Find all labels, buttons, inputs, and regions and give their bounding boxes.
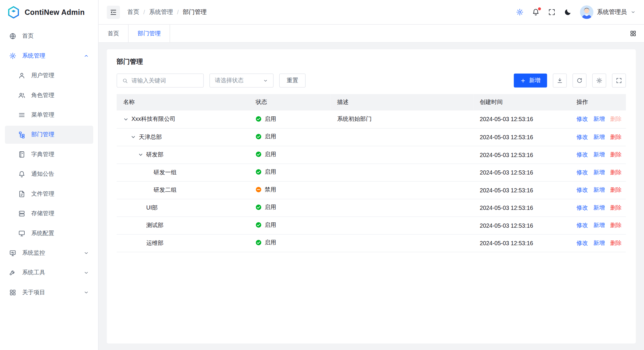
chevron-down-icon	[263, 78, 268, 83]
sidebar-item-home[interactable]: 首页	[5, 27, 93, 45]
sidebar-item-system-tools[interactable]: 系统工具	[5, 264, 93, 282]
row-expand-icon[interactable]	[131, 134, 136, 140]
dict-icon	[18, 151, 26, 158]
edit-link[interactable]: 修改	[577, 186, 588, 193]
delete-link[interactable]: 删除	[610, 133, 622, 140]
refresh-button[interactable]	[572, 74, 586, 88]
notification-bell-icon[interactable]	[532, 8, 539, 16]
status-badge: 启用	[256, 239, 276, 246]
sidebar-item-menu-management[interactable]: 菜单管理	[5, 106, 93, 124]
status-cell: 禁用	[249, 181, 330, 199]
status-check-icon	[256, 169, 262, 175]
chevron-down-icon	[83, 290, 89, 295]
edit-link[interactable]: 修改	[577, 115, 588, 122]
download-button[interactable]	[553, 74, 567, 88]
ops-cell: 修改新增删除	[570, 234, 626, 252]
edit-link[interactable]: 修改	[577, 169, 588, 175]
add-link[interactable]: 新增	[593, 169, 605, 175]
sidebar-item-storage-management[interactable]: 存储管理	[5, 205, 93, 223]
add-link[interactable]: 新增	[593, 186, 605, 193]
add-link[interactable]: 新增	[593, 239, 605, 246]
edit-link[interactable]: 修改	[577, 133, 588, 140]
breadcrumb-item[interactable]: 首页	[127, 8, 139, 16]
sidebar-item-label: 系统配置	[31, 230, 89, 237]
add-link[interactable]: 新增	[593, 151, 605, 158]
status-select[interactable]: 请选择状态	[209, 74, 273, 88]
settings-icon[interactable]	[516, 8, 523, 16]
app-logo[interactable]: ContiNew Admin	[0, 0, 98, 25]
name-cell: 测试部	[117, 216, 249, 234]
table-row[interactable]: 研发一组启用2024-05-03 12:53:16修改新增删除	[117, 164, 626, 181]
dark-mode-moon-icon[interactable]	[564, 8, 572, 16]
status-check-icon	[256, 134, 262, 140]
add-link[interactable]: 新增	[593, 133, 605, 140]
expand-button[interactable]	[612, 74, 626, 88]
edit-link[interactable]: 修改	[577, 239, 588, 246]
dept-name: 研发部	[146, 151, 163, 159]
search-input[interactable]	[132, 77, 198, 84]
sidebar-item-dict-management[interactable]: 字典管理	[5, 145, 93, 164]
time-cell: 2024-05-03 12:53:16	[473, 181, 570, 199]
name-cell: 研发部	[117, 146, 249, 164]
sidebar-item-system-monitor[interactable]: 系统监控	[5, 244, 93, 262]
reset-button[interactable]: 重置	[279, 74, 306, 88]
table-row[interactable]: 研发二组禁用2024-05-03 12:53:16修改新增删除	[117, 181, 626, 199]
sidebar-item-system-management[interactable]: 系统管理	[5, 47, 93, 65]
table-row[interactable]: 测试部启用2024-05-03 12:53:16修改新增删除	[117, 216, 626, 234]
sidebar-item-label: 字典管理	[31, 151, 89, 158]
add-button[interactable]: 新增	[514, 74, 547, 88]
row-expand-icon[interactable]	[123, 117, 129, 122]
dept-name: 运维部	[146, 239, 163, 247]
breadcrumb-item[interactable]: 系统管理	[149, 8, 173, 16]
delete-link[interactable]: 删除	[610, 169, 622, 175]
sidebar-item-label: 关于项目	[22, 289, 78, 296]
table-row[interactable]: Xxx科技有限公司启用系统初始部门2024-05-03 12:53:16修改新增…	[117, 110, 626, 128]
table-row[interactable]: 天津总部启用2024-05-03 12:53:16修改新增删除	[117, 128, 626, 146]
sidebar-item-notice-announcement[interactable]: 通知公告	[5, 165, 93, 183]
status-cell: 启用	[249, 199, 330, 217]
row-expand-icon[interactable]	[138, 152, 143, 157]
sidebar-item-system-config[interactable]: 系统配置	[5, 224, 93, 243]
ops-cell: 修改新增删除	[570, 216, 626, 234]
table-row[interactable]: 运维部启用2024-05-03 12:53:16修改新增删除	[117, 234, 626, 252]
sidebar-item-dept-management[interactable]: 部门管理	[5, 126, 93, 144]
delete-link[interactable]: 删除	[610, 186, 622, 193]
table-settings-button[interactable]	[592, 74, 606, 88]
delete-link[interactable]: 删除	[610, 239, 622, 246]
status-minus-icon	[256, 187, 262, 193]
status-check-icon	[256, 151, 262, 158]
sidebar-item-user-management[interactable]: 用户管理	[5, 66, 93, 85]
ops-cell: 修改新增删除	[570, 128, 626, 146]
status-badge: 启用	[256, 133, 276, 140]
delete-link[interactable]: 删除	[610, 151, 622, 158]
sidebar-item-about-project[interactable]: 关于项目	[5, 284, 93, 302]
edit-link[interactable]: 修改	[577, 204, 588, 210]
table-row[interactable]: UI部启用2024-05-03 12:53:16修改新增删除	[117, 199, 626, 217]
menu-fold-button[interactable]	[107, 6, 120, 19]
fullscreen-icon[interactable]	[548, 8, 556, 16]
sidebar-item-role-management[interactable]: 角色管理	[5, 86, 93, 104]
dept-name: UI部	[146, 204, 158, 211]
add-link[interactable]: 新增	[593, 115, 605, 122]
status-cell: 启用	[249, 128, 330, 146]
monitor-icon	[9, 249, 16, 257]
status-badge: 禁用	[256, 186, 276, 194]
sidebar-item-file-management[interactable]: 文件管理	[5, 185, 93, 203]
user-name: 系统管理员	[597, 8, 627, 16]
delete-link[interactable]: 删除	[610, 204, 622, 210]
tab-actions-grid-icon[interactable]	[630, 30, 637, 37]
add-link[interactable]: 新增	[593, 204, 605, 210]
add-link[interactable]: 新增	[593, 222, 605, 228]
tab-dept-management[interactable]: 部门管理	[129, 25, 170, 42]
delete-link[interactable]: 删除	[610, 222, 622, 228]
edit-link[interactable]: 修改	[577, 151, 588, 158]
table-row[interactable]: 研发部启用2024-05-03 12:53:16修改新增删除	[117, 146, 626, 164]
keyword-search-field[interactable]	[117, 74, 204, 88]
user-menu[interactable]: 系统管理员	[580, 5, 636, 19]
breadcrumb-item[interactable]: 部门管理	[183, 8, 207, 16]
breadcrumb-separator: /	[143, 9, 145, 15]
delete-link[interactable]: 删除	[610, 115, 622, 122]
desc-cell	[330, 216, 473, 234]
tab-home[interactable]: 首页	[99, 25, 129, 42]
edit-link[interactable]: 修改	[577, 222, 588, 228]
